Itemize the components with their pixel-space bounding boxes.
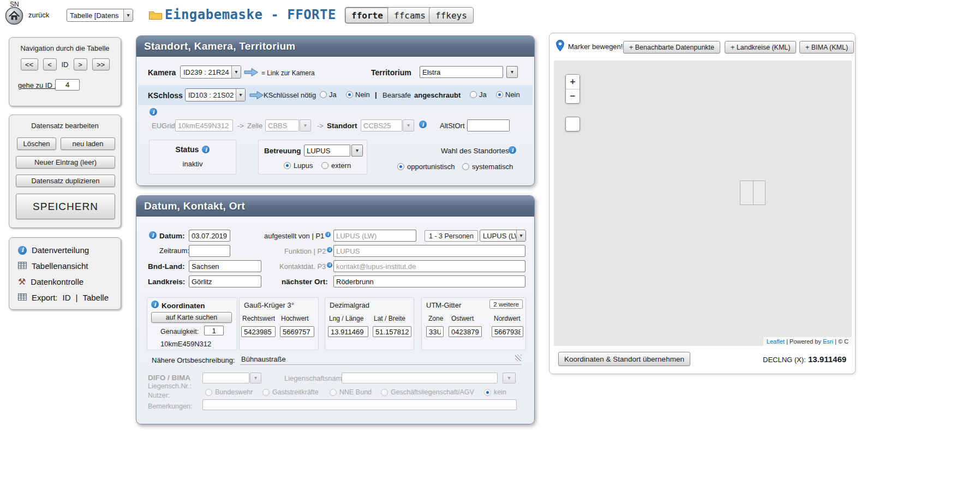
nav-next-button[interactable]: > xyxy=(74,58,87,70)
info-icon[interactable] xyxy=(151,301,159,308)
add-landkreise-kml-button[interactable]: + Landkreise (KML) xyxy=(725,41,796,53)
datum-label: Datum: xyxy=(159,232,185,241)
bearsafe-ja-radio[interactable] xyxy=(470,91,477,98)
camera-link-arrow-icon[interactable] xyxy=(244,68,259,79)
liegenschaftsname-label: Liegenschaftsname: xyxy=(284,375,348,383)
info-icon[interactable] xyxy=(327,262,332,268)
ortsbeschreibung-input[interactable]: Bühnaustraße xyxy=(240,353,522,365)
nav-first-button[interactable]: << xyxy=(21,58,38,70)
bearsafe-nein-radio[interactable] xyxy=(496,91,503,98)
sidebar-link-datenkontrolle[interactable]: Datenkontrolle xyxy=(31,277,83,286)
naechster-ort-label: nächster Ort: xyxy=(282,278,328,286)
liegensch-nr-input xyxy=(202,373,249,383)
resize-handle-icon[interactable] xyxy=(515,355,522,361)
karte-suchen-button[interactable]: auf Karte suchen xyxy=(151,312,232,323)
zoom-in-button[interactable]: + xyxy=(566,75,579,89)
nutzer-nne-bund-radio xyxy=(330,389,337,396)
duplicate-record-button[interactable]: Datensatz duplizieren xyxy=(16,175,115,187)
datum-input[interactable] xyxy=(189,230,230,242)
zeitraum-input[interactable] xyxy=(189,245,230,257)
export-tabelle-link[interactable]: Tabelle xyxy=(82,293,109,302)
map-extra-control-button[interactable] xyxy=(565,117,580,131)
back-label[interactable]: zurück xyxy=(28,11,49,20)
naechster-ort-input[interactable] xyxy=(333,275,525,287)
p2-input[interactable] xyxy=(333,245,525,257)
chevron-down-icon xyxy=(516,230,525,241)
kschluessel-ja-radio[interactable] xyxy=(320,91,327,98)
kschloss-link-arrow-icon[interactable] xyxy=(249,91,264,101)
nav-prev-button[interactable]: < xyxy=(43,58,57,70)
kschluessel-nein-radio[interactable] xyxy=(346,91,353,98)
p1-input[interactable] xyxy=(333,230,416,242)
sidebar-link-tabellenansicht[interactable]: Tabellenansicht xyxy=(32,261,88,271)
betreuung-extern-radio[interactable] xyxy=(321,162,328,169)
p3-input[interactable] xyxy=(333,260,525,272)
betreuung-input[interactable] xyxy=(304,145,350,157)
nordwert-input[interactable] xyxy=(492,326,523,337)
save-button[interactable]: SPEICHERN xyxy=(16,194,115,219)
table-select[interactable]: Tabelle [Datens xyxy=(67,9,133,22)
attribution-mid-text: | Powered by xyxy=(785,338,823,345)
aufgestellt-label-text: aufgestellt von | P1 xyxy=(264,232,324,240)
nav-last-button[interactable]: >> xyxy=(92,58,110,70)
reload-button[interactable]: neu laden xyxy=(61,137,115,150)
info-icon[interactable] xyxy=(419,121,427,128)
standort-panel-title: Standort, Kamera, Territorium xyxy=(136,36,534,57)
leaflet-link[interactable]: Leaflet xyxy=(767,338,785,345)
p1-select[interactable]: LUPUS (LW xyxy=(480,230,526,242)
personen-button[interactable]: 1 - 3 Personen xyxy=(425,230,478,242)
table-icon xyxy=(18,293,27,302)
info-icon[interactable] xyxy=(150,108,157,116)
altstort-label: AltStOrt xyxy=(440,122,465,130)
export-id-link[interactable]: ID xyxy=(63,293,71,302)
kontaktdat-label: Kontaktdat. P3 xyxy=(279,262,332,271)
bnd-land-input[interactable] xyxy=(189,260,261,272)
genauigkeit-input[interactable] xyxy=(204,326,224,335)
add-datenpunkte-button[interactable]: + Benachbarte Datenpunkte xyxy=(623,41,720,53)
page-title: Eingabemaske - FFORTE xyxy=(165,8,336,23)
info-icon[interactable] xyxy=(149,231,157,239)
bearsafe-nein-label: Nein xyxy=(505,91,520,99)
tab-fforte[interactable]: fforte xyxy=(345,7,390,23)
kschloss-select[interactable]: ID103 : 21S02 xyxy=(185,88,246,101)
delete-button[interactable]: Löschen xyxy=(17,137,56,150)
hochwert-input[interactable] xyxy=(280,326,314,337)
info-icon[interactable] xyxy=(202,146,210,153)
zoom-out-button[interactable]: − xyxy=(566,89,579,103)
wahl-systematisch-radio[interactable] xyxy=(462,163,469,170)
add-bima-kml-button[interactable]: + BIMA (KML) xyxy=(799,41,854,53)
apply-coordinates-button[interactable]: Koordinaten & Standort übernehmen xyxy=(558,352,690,366)
info-icon[interactable] xyxy=(327,247,332,253)
ostwert-input[interactable] xyxy=(449,326,482,337)
wahl-label: Wahl des Standortes xyxy=(441,147,509,155)
zone-input[interactable] xyxy=(426,326,444,337)
tab-ffcams[interactable]: ffcams xyxy=(387,7,432,23)
new-entry-button[interactable]: Neuer Eintrag (leer) xyxy=(16,156,115,169)
goto-id-link[interactable]: gehe zu ID : xyxy=(18,82,56,90)
esri-link[interactable]: Esri xyxy=(823,338,833,345)
territorium-input[interactable] xyxy=(420,66,503,78)
betreuung-lupus-radio[interactable] xyxy=(284,162,291,169)
map-canvas[interactable]: + − Leaflet | Powered by Esri | © C xyxy=(554,61,852,346)
goto-id-input[interactable] xyxy=(55,79,80,91)
info-icon[interactable] xyxy=(325,232,331,237)
betreuung-dropdown-button[interactable] xyxy=(351,145,363,157)
landkreis-input[interactable] xyxy=(189,275,261,287)
rechtswert-input[interactable] xyxy=(241,326,276,337)
info-icon[interactable] xyxy=(509,146,516,154)
sidebar-link-datenverteilung[interactable]: Datenverteilung xyxy=(32,245,89,255)
home-icon[interactable] xyxy=(5,7,23,25)
wahl-opportunistisch-radio[interactable] xyxy=(397,163,404,170)
zelle-label: Zelle xyxy=(247,122,262,130)
map-pin-icon xyxy=(556,40,564,53)
lat-input[interactable] xyxy=(373,326,411,337)
altstort-input[interactable] xyxy=(467,119,510,131)
lng-input[interactable] xyxy=(328,326,368,337)
declng-label: DECLNG (X): xyxy=(763,356,806,364)
kamera-select[interactable]: ID239 : 21R24 xyxy=(180,65,241,79)
more-coords-button[interactable]: 2 weitere xyxy=(489,299,523,309)
link-zur-kamera-label: = Link zur Kamera xyxy=(261,70,315,77)
territorium-dropdown-button[interactable] xyxy=(506,66,518,78)
tab-ffkeys[interactable]: ffkeys xyxy=(429,7,474,23)
table-icon xyxy=(18,261,27,271)
